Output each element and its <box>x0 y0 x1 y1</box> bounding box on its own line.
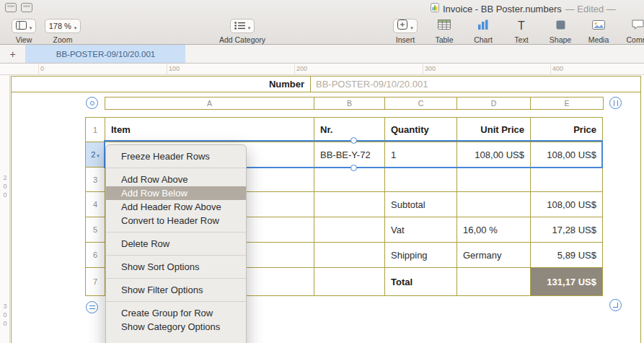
window-control-icon-1[interactable] <box>5 3 17 12</box>
cell-B6[interactable] <box>314 243 385 268</box>
row-options-handle-icon[interactable] <box>86 301 98 313</box>
menu-separator <box>106 278 246 279</box>
menu-item-add-row-below[interactable]: Add Row Below <box>106 186 246 200</box>
zoom-value: 178 % <box>49 22 71 30</box>
add-sheet-button[interactable]: + <box>0 45 26 63</box>
cell-E4[interactable]: 108,00 US$ <box>531 192 603 217</box>
cell-B2[interactable]: BB-BE-Y-72 <box>314 142 385 168</box>
menu-item-create-group-for-row[interactable]: Create Group for Row <box>106 306 246 320</box>
chart-button[interactable]: Chart <box>470 19 496 44</box>
cell-D4[interactable] <box>457 192 531 217</box>
sheet-tab-label: BB-POSTER-09/10/20.001 <box>56 50 155 58</box>
cell-D7[interactable] <box>457 268 531 296</box>
row-header-1[interactable]: 1 <box>86 118 105 142</box>
row-header-2-selected[interactable]: 2 <box>86 142 105 168</box>
row-header-7[interactable]: 7 <box>86 268 105 296</box>
cell-D2[interactable]: 108,00 US$ <box>457 142 531 168</box>
menu-item-add-header-row-above[interactable]: Add Header Row Above <box>106 200 246 214</box>
row-header-4[interactable]: 4 <box>86 192 105 217</box>
cell-B7[interactable] <box>314 268 385 296</box>
ruler-mark-100: 100 <box>169 65 180 72</box>
media-button[interactable]: Media <box>586 19 612 44</box>
zoom-control[interactable]: 178 % Zoom <box>42 19 84 44</box>
cell-A1[interactable]: Item <box>105 118 314 142</box>
cell-E6[interactable]: 5,89 US$ <box>531 243 603 268</box>
table-resize-handle-icon[interactable] <box>609 299 622 311</box>
number-value-cell[interactable]: BB-POSTER-09/10/20.001 <box>310 77 640 92</box>
cell-C4[interactable]: Subtotal <box>385 192 457 217</box>
column-header-E[interactable]: E <box>531 97 603 109</box>
cell-E5[interactable]: 17,28 US$ <box>531 217 603 243</box>
menu-item-show-filter-options[interactable]: Show Filter Options <box>106 283 246 297</box>
window-title-edited-badge: — Edited — <box>565 4 616 14</box>
column-header-A[interactable]: A <box>105 97 314 109</box>
ruler-mark-v-200: 200 <box>2 173 8 199</box>
menu-item-add-row-above[interactable]: Add Row Above <box>106 173 246 186</box>
window-title: Invoice - BB Poster.numbers — Edited — <box>431 3 616 14</box>
menu-item-convert-to-header-row[interactable]: Convert to Header Row <box>106 214 246 227</box>
menu-separator <box>106 232 246 233</box>
menu-item-delete-row[interactable]: Delete Row <box>106 237 246 251</box>
cell-E2[interactable]: 108,00 US$ <box>531 142 603 168</box>
ruler-tick <box>38 64 39 74</box>
number-label-cell[interactable]: Number <box>12 77 310 92</box>
table-icon <box>438 19 451 32</box>
chevron-down-icon <box>74 19 77 32</box>
column-header-C[interactable]: C <box>385 97 457 109</box>
row-header-6[interactable]: 6 <box>86 243 105 268</box>
column-header-B[interactable]: B <box>314 97 385 109</box>
comment-button[interactable]: Comm <box>625 19 644 44</box>
window-title-text: Invoice - BB Poster.numbers <box>443 4 562 14</box>
menu-separator <box>106 301 246 302</box>
sheet-tab-active[interactable]: BB-POSTER-09/10/20.001 <box>26 45 185 63</box>
text-button[interactable]: Text <box>508 19 534 44</box>
plus-icon: + <box>9 48 15 60</box>
insert-button[interactable]: Insert <box>389 19 421 44</box>
view-button[interactable]: View <box>9 19 39 44</box>
row-header-3[interactable]: 3 <box>86 168 105 192</box>
insert-label: Insert <box>396 35 415 44</box>
cell-D3[interactable] <box>457 168 531 192</box>
menu-item-show-category-options[interactable]: Show Category Options <box>106 320 246 334</box>
ruler-mark-0: 0 <box>40 65 44 72</box>
document-icon <box>431 3 439 14</box>
shape-button[interactable]: Shape <box>547 19 574 44</box>
cell-E1[interactable]: Price <box>531 118 603 142</box>
cell-C7[interactable]: Total <box>385 268 457 296</box>
cell-E7-total[interactable]: 131,17 US$ <box>531 268 603 296</box>
window-chrome: Invoice - BB Poster.numbers — Edited — V… <box>0 0 644 45</box>
column-options-handle-icon[interactable] <box>609 97 622 109</box>
cell-B4[interactable] <box>314 192 385 217</box>
table-label: Table <box>435 35 453 44</box>
table-select-handle-icon[interactable] <box>86 97 98 109</box>
comment-label: Comm <box>627 35 644 44</box>
ruler-mark-v-300: 300 <box>2 302 8 328</box>
table-button[interactable]: Table <box>431 19 457 44</box>
cell-C2[interactable]: 1 <box>385 142 457 168</box>
window-control-icon-2[interactable] <box>21 3 32 12</box>
add-category-button[interactable]: Add Category <box>225 19 260 44</box>
menu-separator <box>106 255 246 256</box>
ruler-mark-400: 400 <box>552 65 563 72</box>
cell-D5[interactable]: 16,00 % <box>457 217 531 243</box>
cell-B3[interactable] <box>314 168 385 192</box>
cell-C5[interactable]: Vat <box>385 217 457 243</box>
ruler-tick <box>423 64 423 74</box>
shape-icon <box>556 19 565 32</box>
cell-C3[interactable] <box>385 168 457 192</box>
shape-label: Shape <box>550 35 571 44</box>
row-header-5[interactable]: 5 <box>86 217 105 243</box>
comment-bubble-icon <box>632 19 644 32</box>
ruler-tick <box>167 64 167 74</box>
cell-C6[interactable]: Shipping <box>385 243 457 268</box>
menu-item-show-sort-options[interactable]: Show Sort Options <box>106 260 246 274</box>
cell-B1[interactable]: Nr. <box>314 118 385 142</box>
column-header-D[interactable]: D <box>457 97 531 109</box>
cell-E3[interactable] <box>531 168 603 192</box>
cell-B5[interactable] <box>314 217 385 243</box>
cell-C1[interactable]: Quantity <box>385 118 457 142</box>
menu-item-freeze-header-rows[interactable]: Freeze Header Rows <box>106 149 246 163</box>
cell-D6[interactable]: Germany <box>457 243 531 268</box>
ruler-tick <box>294 64 295 74</box>
cell-D1[interactable]: Unit Price <box>457 118 531 142</box>
